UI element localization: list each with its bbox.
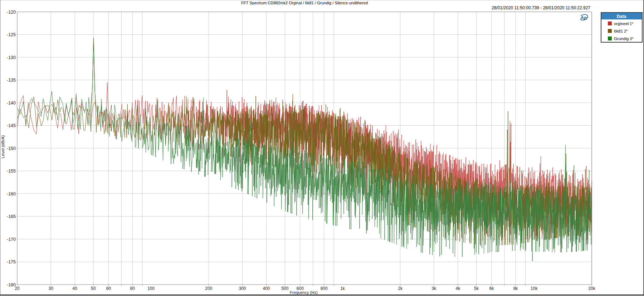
svg-text:-130: -130 xyxy=(7,55,16,60)
svg-text:-140: -140 xyxy=(7,101,16,106)
svg-text:200: 200 xyxy=(205,286,212,291)
svg-text:3k: 3k xyxy=(432,286,437,291)
svg-text:6k: 6k xyxy=(489,286,494,291)
svg-text:-180: -180 xyxy=(7,282,16,287)
svg-text:30: 30 xyxy=(49,286,54,291)
svg-text:100: 100 xyxy=(147,286,155,291)
svg-text:500: 500 xyxy=(281,286,288,291)
svg-text:400: 400 xyxy=(263,286,270,291)
svg-text:20k: 20k xyxy=(588,286,595,291)
svg-text:800: 800 xyxy=(321,286,328,291)
svg-text:5k: 5k xyxy=(474,286,479,291)
svg-text:-160: -160 xyxy=(7,191,16,196)
svg-text:-135: -135 xyxy=(7,78,16,83)
svg-text:1k: 1k xyxy=(340,286,345,291)
svg-text:300: 300 xyxy=(239,286,246,291)
svg-text:50: 50 xyxy=(91,286,96,291)
svg-text:Data: Data xyxy=(617,14,626,19)
svg-text:-175: -175 xyxy=(7,259,16,265)
svg-text:40: 40 xyxy=(73,286,78,291)
svg-text:60: 60 xyxy=(106,286,111,291)
svg-text:Grundig3*: Grundig3* xyxy=(614,36,633,41)
svg-text:-155: -155 xyxy=(7,169,16,174)
svg-text:-165: -165 xyxy=(7,214,16,219)
svg-text:-125: -125 xyxy=(7,32,16,37)
svg-text:8k: 8k xyxy=(513,286,518,291)
svg-text:orgineel1*: orgineel1* xyxy=(614,21,633,26)
svg-text:FFT Spectrum CD882mk2 Orginal: FFT Spectrum CD882mk2 Orginal / 6k81 / G… xyxy=(241,1,368,5)
svg-text:10k: 10k xyxy=(531,286,538,291)
svg-text:20: 20 xyxy=(15,286,20,291)
svg-text:4k: 4k xyxy=(455,286,460,291)
svg-text:Frequency (Hz): Frequency (Hz) xyxy=(290,290,318,295)
svg-text:80: 80 xyxy=(130,286,135,291)
svg-text:Level (dBrA): Level (dBrA) xyxy=(0,135,5,159)
svg-text:-150: -150 xyxy=(7,146,16,151)
svg-text:-145: -145 xyxy=(7,123,16,128)
svg-text:-170: -170 xyxy=(7,237,16,242)
svg-text:Ap: Ap xyxy=(580,15,587,20)
svg-text:6k812*: 6k812* xyxy=(614,29,628,33)
svg-text:-120: -120 xyxy=(7,10,16,15)
svg-text:2k: 2k xyxy=(398,286,403,291)
svg-text:28/01/2020 11:50:00.739 - 28/0: 28/01/2020 11:50:00.739 - 28/01/2020 11:… xyxy=(492,5,590,10)
